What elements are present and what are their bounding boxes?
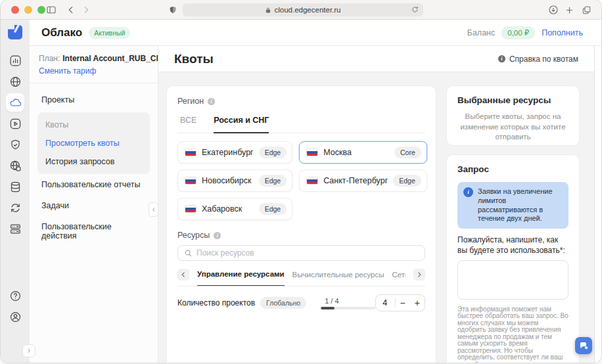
plan-label: План: [39,54,60,63]
balance-value: 0,00 ₽ [501,26,535,39]
storage-database-icon[interactable] [6,177,24,196]
profile-icon[interactable] [6,307,24,326]
resource-tabs: Управление ресурсами Вычислительные ресу… [177,263,425,286]
forward-button[interactable] [80,4,92,16]
info-icon: i [498,55,505,62]
region-card-saint-petersburg[interactable]: Санкт-Петербург Edge [299,170,427,192]
sidebar-collapse-button[interactable] [149,202,158,217]
tabs-scroll-right-button[interactable] [413,269,425,281]
right-column: Выбранные ресурсы Выберите квоты, запрос… [446,85,580,363]
resources-info-icon[interactable]: i [214,232,221,239]
main-content: Квоты i Справка по квотам Регион [158,46,601,363]
chevron-left-icon [151,207,156,212]
request-info-alert: i Заявки на увеличение лимитов рассматри… [457,182,568,229]
sidebar-item-request-history[interactable]: История запросов [45,157,142,166]
sidebar-item-quotas[interactable]: Квоты [45,120,142,129]
balance-label: Баланс [467,28,496,37]
stats-icon[interactable] [6,51,24,70]
product-rail [1,20,30,363]
rail-expand-button[interactable] [22,344,35,357]
zoom-window-button[interactable] [37,6,45,14]
new-tab-icon[interactable] [563,4,575,16]
sidebar-item-user-actions[interactable]: Пользовательские действия [37,216,150,246]
selected-resources-panel: Выбранные ресурсы Выберите квоты, запрос… [446,85,580,146]
quota-row-projects-count: Количество проектов Глобально 1 / 4 [177,294,425,311]
quota-help-link[interactable]: i Справка по квотам [498,55,578,64]
sidebar-toggle-icon[interactable] [45,4,57,16]
tier-badge: Core [394,147,421,158]
region-card-khabarovsk[interactable]: Хабаровск Edge [177,198,292,220]
sidebar-item-user-reports[interactable]: Пользовательские отчеты [37,174,150,195]
cloud-icon[interactable] [6,93,24,112]
region-name: Екатеринбург [202,148,254,157]
region-info-icon[interactable]: i [208,98,215,105]
tier-badge: Edge [259,203,287,215]
sidebar-item-projects[interactable]: Проекты [37,89,150,111]
region-card-novosibirsk[interactable]: Новосибирск Edge [177,170,292,192]
quota-stepper-value[interactable]: 4 [376,298,395,307]
hosting-servers-icon[interactable] [6,219,24,238]
info-icon: i [463,187,473,197]
screenshot-stage: cloud.edgecenter.ru [0,0,602,364]
region-grid: Екатеринбург Edge Москва Core [177,141,425,220]
selected-resources-empty-text: Выберите квоты, запрос на изменение кото… [457,112,568,143]
header-right: Баланс 0,00 ₽ Пополнить [467,26,583,39]
sidebar-item-view-quotas[interactable]: Просмотреть квоты [45,139,142,148]
plan-value: Internal Account_RUB_Cl... [62,54,165,63]
page-body: Регион i ВСЕ Россия и СНГ [158,72,594,363]
back-button[interactable] [65,4,77,16]
change-plan-link[interactable]: Сменить тариф [39,66,149,76]
russia-flag-icon [185,148,197,156]
streaming-icon[interactable] [6,114,24,133]
sync-icon[interactable] [6,198,24,217]
decrement-button[interactable]: − [396,295,410,311]
search-input[interactable] [197,248,419,258]
tier-badge: Edge [259,175,287,187]
minimize-window-button[interactable] [24,6,32,14]
chevron-left-icon [180,271,187,278]
alert-text: Заявки на увеличение лимитов рассматрива… [478,187,563,223]
dns-globe-icon[interactable] [6,156,24,175]
usage-question-label: Пожалуйста, напишите, как вы будете это … [457,235,568,256]
browser-chrome: cloud.edgecenter.ru [1,0,601,20]
quota-scope-badge: Глобально [260,297,306,309]
tabs-scroll-left-button[interactable] [177,269,189,281]
region-tab-russia-cis[interactable]: Россия и СНГ [214,110,269,133]
topup-link[interactable]: Пополнить [542,28,583,37]
tab-resource-management[interactable]: Управление ресурсами [197,263,285,286]
scrollbar-gutter[interactable] [594,46,601,363]
security-shield-icon[interactable] [6,135,24,154]
url-text: cloud.edgecenter.ru [274,6,340,14]
chat-widget-button[interactable] [575,337,592,354]
region-card-moscow[interactable]: Москва Core [299,141,427,164]
usage-textarea[interactable] [457,260,568,300]
russia-flag-icon [185,177,197,185]
sidebar-item-tasks[interactable]: Задачи [37,195,150,216]
tab-compute-resources[interactable]: Вычислительные ресурсы [292,264,384,286]
reload-icon[interactable] [411,5,419,14]
app-frame: Облако Активный Баланс 0,00 ₽ Пополнить … [1,20,601,363]
region-card-ekaterinburg[interactable]: Екатеринбург Edge [177,141,292,164]
resource-search [177,245,425,261]
increment-button[interactable]: + [410,295,425,311]
quota-usage: 1 / 4 [321,297,375,309]
tab-overview-icon[interactable] [580,4,592,16]
sidebar-nav-list: Пользовательские отчеты Задачи Пользоват… [37,174,150,246]
lock-icon [265,7,271,14]
downloads-icon[interactable] [547,4,559,16]
app-body: План: Internal Account_RUB_Cl... i Смени… [30,46,601,363]
region-name: Москва [323,148,389,157]
help-icon[interactable] [6,286,24,305]
address-bar[interactable]: cloud.edgecenter.ru [183,3,423,16]
tab-network-services[interactable]: Сетевые сервисы [392,264,405,286]
resources-section-label: Ресурсы i [177,231,425,240]
cdn-globe-icon[interactable] [6,72,24,91]
quota-usage-fill [321,307,335,309]
status-badge: Активный [89,27,130,39]
browser-window: cloud.edgecenter.ru [1,0,601,363]
close-window-button[interactable] [11,6,19,14]
privacy-shield-icon[interactable] [167,4,179,16]
region-tab-all[interactable]: ВСЕ [180,110,197,133]
region-section-label: Регион i [177,97,425,106]
edgecenter-logo-icon[interactable] [7,24,24,41]
